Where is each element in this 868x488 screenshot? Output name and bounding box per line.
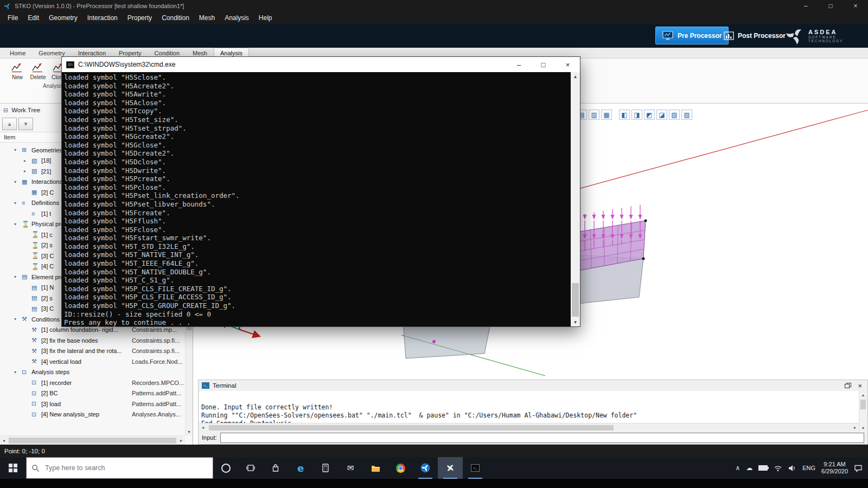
scrollbar-thumb[interactable] bbox=[209, 425, 614, 431]
corner-node-dot[interactable] bbox=[642, 258, 645, 260]
scrollbar-thumb[interactable] bbox=[860, 400, 866, 409]
maximize-button[interactable]: □ bbox=[818, 0, 843, 12]
scroll-down-icon[interactable]: ▼ bbox=[186, 428, 193, 435]
menu-item[interactable]: Help bbox=[254, 12, 277, 24]
cmd-window[interactable]: C:\ C:\WINDOWS\system32\cmd.exe – □ × lo… bbox=[61, 56, 580, 327]
menu-item[interactable]: Condition bbox=[157, 12, 194, 24]
stko-active-window-button[interactable] bbox=[438, 457, 463, 479]
menu-item[interactable]: Property bbox=[123, 12, 157, 24]
terminal-output[interactable]: Done. Input file correctly written! Runn… bbox=[199, 391, 859, 423]
scroll-down-icon[interactable]: ▼ bbox=[571, 318, 580, 326]
cmd-maximize-button[interactable]: □ bbox=[531, 57, 556, 72]
iso-view-6-button[interactable]: ▨ bbox=[681, 110, 692, 120]
tree-horizontal-scrollbar[interactable]: ◂ ▸ bbox=[0, 435, 185, 445]
close-button[interactable]: × bbox=[843, 0, 868, 12]
time: 9:21 AM bbox=[821, 461, 848, 468]
cmd-close-button[interactable]: × bbox=[556, 57, 580, 72]
float-panel-icon[interactable] bbox=[845, 383, 851, 388]
cmd-icon: C:\ bbox=[66, 61, 74, 68]
iso-view-3-button[interactable]: ◩ bbox=[644, 110, 655, 120]
task-view-button[interactable] bbox=[238, 457, 263, 479]
menu-item[interactable]: Edit bbox=[23, 12, 44, 24]
tree-row[interactable]: ⊡ [1] recorder Recorders.MPCO... bbox=[0, 377, 185, 388]
scrollbar-thumb[interactable] bbox=[572, 283, 579, 317]
microsoft-store-button[interactable] bbox=[263, 457, 288, 479]
cortana-button[interactable] bbox=[213, 457, 238, 479]
terminal-vertical-scrollbar[interactable]: ▲ ▼ bbox=[859, 391, 867, 432]
chrome-button[interactable] bbox=[388, 457, 413, 479]
expander-icon[interactable]: ▾ bbox=[14, 147, 22, 152]
onedrive-cloud-icon[interactable]: ☁ bbox=[746, 464, 752, 472]
terminal-horizontal-scrollbar[interactable]: ◂ ▸ bbox=[199, 423, 859, 432]
tree-row[interactable]: ⊡ [2] BC Patterns.addPatt... bbox=[0, 388, 185, 399]
iso-view-1-button[interactable]: ◧ bbox=[619, 110, 630, 120]
expander-icon[interactable]: ▸ bbox=[24, 169, 31, 174]
move-up-button[interactable]: ▲ bbox=[2, 118, 17, 130]
tree-row[interactable]: ⊡ [4] New analysis_step Analyses.Analys.… bbox=[0, 409, 185, 420]
tree-row[interactable]: ⊡ [3] load Patterns.addPatt... bbox=[0, 399, 185, 409]
volume-icon[interactable] bbox=[788, 465, 796, 472]
node-dot[interactable] bbox=[432, 340, 436, 343]
calculator-button[interactable] bbox=[313, 457, 338, 479]
language-indicator[interactable]: ENG bbox=[802, 465, 815, 471]
menu-item[interactable]: Analysis bbox=[220, 12, 254, 24]
expander-icon[interactable]: ▾ bbox=[14, 179, 22, 184]
minimize-button[interactable]: – bbox=[793, 0, 818, 12]
scroll-up-icon[interactable]: ▲ bbox=[571, 72, 580, 81]
terminal-input[interactable] bbox=[220, 433, 864, 443]
menu-item[interactable]: Mesh bbox=[194, 12, 220, 24]
pre-processor-button[interactable]: Pre Processor bbox=[655, 27, 729, 44]
cmd-minimize-button[interactable]: – bbox=[507, 57, 531, 72]
scroll-up-icon[interactable]: ▲ bbox=[859, 391, 867, 399]
menu-item[interactable]: Geometry bbox=[44, 12, 82, 24]
clock[interactable]: 9:21 AM 6/29/2020 bbox=[821, 461, 848, 475]
expander-icon[interactable]: ▾ bbox=[14, 317, 22, 322]
expander-icon[interactable]: ▸ bbox=[24, 158, 31, 163]
expander-icon[interactable]: ▾ bbox=[14, 274, 22, 279]
mail-button[interactable]: ✉ bbox=[338, 457, 363, 479]
cmd-output[interactable]: loaded symbol "H5Sclose". loaded symbol … bbox=[62, 72, 571, 326]
start-button[interactable] bbox=[0, 457, 26, 479]
tree-row[interactable]: ▾ ⊡ Analysis steps bbox=[0, 367, 185, 378]
move-down-button[interactable]: ▼ bbox=[18, 118, 33, 130]
ribbon-button[interactable]: Delete bbox=[28, 60, 48, 80]
view-plane-yz-button[interactable]: ▦ bbox=[601, 110, 612, 120]
scroll-right-icon[interactable]: ▸ bbox=[177, 438, 185, 443]
cmd-vertical-scrollbar[interactable]: ▲ ▼ bbox=[571, 72, 580, 326]
expander-icon[interactable]: ▾ bbox=[14, 370, 22, 375]
battery-icon[interactable] bbox=[758, 465, 768, 471]
view-plane-xz-button[interactable]: ▥ bbox=[589, 110, 599, 120]
expander-icon[interactable]: ▾ bbox=[14, 201, 22, 206]
iso-view-2-button[interactable]: ◨ bbox=[631, 110, 642, 120]
pre-processor-label: Pre Processor bbox=[678, 32, 722, 40]
post-processor-button[interactable]: Post Processor bbox=[719, 27, 790, 44]
iso-view-4-button[interactable]: ◪ bbox=[656, 110, 667, 120]
scroll-down-icon[interactable]: ▼ bbox=[859, 424, 867, 432]
ribbon-button[interactable]: New bbox=[8, 60, 27, 80]
scrollbar-thumb[interactable] bbox=[9, 438, 176, 444]
cmd-taskbar-button[interactable]: >_ bbox=[463, 457, 488, 479]
ribbon-tab[interactable]: Home bbox=[3, 48, 32, 58]
taskbar-search[interactable] bbox=[26, 457, 213, 479]
hidden-icons-chevron[interactable]: ∧ bbox=[735, 464, 740, 472]
expander-icon[interactable]: ▾ bbox=[14, 222, 22, 227]
stko-taskbar-button[interactable] bbox=[413, 457, 438, 479]
wifi-icon[interactable] bbox=[774, 465, 782, 472]
scroll-left-icon[interactable]: ◂ bbox=[0, 438, 8, 443]
tree-row[interactable]: ⚒ [4] vertical load Loads.Force.Nod... bbox=[0, 356, 185, 367]
tree-row[interactable]: ⚒ [3] fix the lateral and the rota... Co… bbox=[0, 346, 185, 357]
scroll-right-icon[interactable]: ▸ bbox=[851, 425, 859, 430]
iso-view-5-button[interactable]: ▧ bbox=[669, 110, 680, 120]
menu-item[interactable]: File bbox=[3, 12, 23, 24]
search-input[interactable] bbox=[44, 464, 208, 472]
scroll-left-icon[interactable]: ◂ bbox=[199, 425, 207, 430]
corner-node-dot[interactable] bbox=[644, 220, 647, 222]
cmd-title-bar[interactable]: C:\ C:\WINDOWS\system32\cmd.exe – □ × bbox=[62, 57, 580, 72]
menu-item[interactable]: Interaction bbox=[82, 12, 123, 24]
condition-icon: ⚒ bbox=[31, 348, 41, 355]
edge-button[interactable]: e bbox=[288, 457, 313, 479]
action-center-icon[interactable] bbox=[854, 464, 863, 472]
tree-row[interactable]: ⚒ [2] fix the base nodes Constraints.sp.… bbox=[0, 335, 185, 346]
file-explorer-button[interactable] bbox=[363, 457, 388, 479]
terminal-close-icon[interactable]: × bbox=[858, 382, 862, 389]
